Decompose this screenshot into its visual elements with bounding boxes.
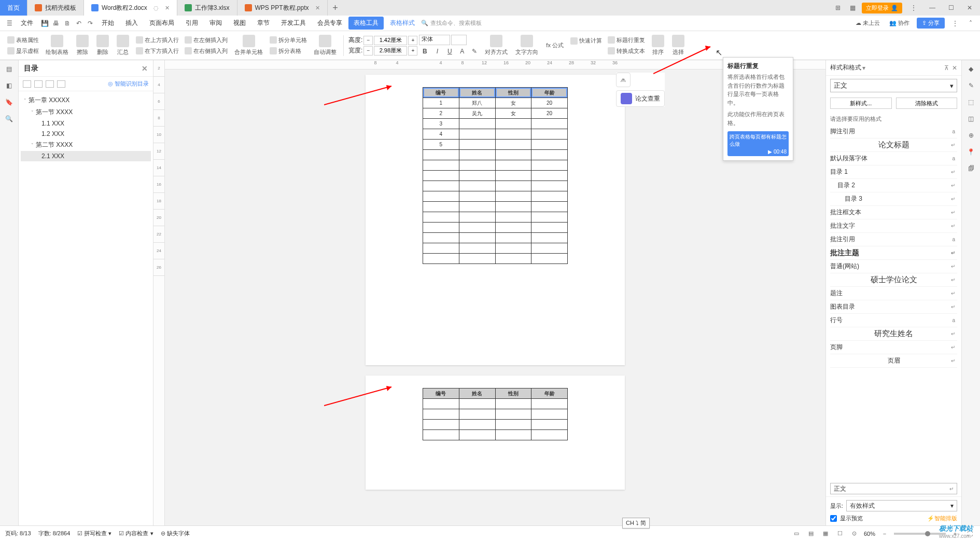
table-cell[interactable]: 4	[423, 129, 459, 140]
table-cell[interactable]	[531, 202, 568, 212]
style-item[interactable]: 普通(网站)↵	[830, 260, 957, 273]
table-cell[interactable]	[531, 119, 568, 129]
inc-width[interactable]: +	[408, 46, 417, 56]
print-icon[interactable]: 🖶	[51, 18, 61, 29]
repeat-header-row[interactable]: 标题行重复	[606, 35, 647, 45]
tab-pptx[interactable]: WPS PPT教程.pptx✕	[237, 0, 328, 16]
menu-review[interactable]: 审阅	[204, 17, 227, 30]
reset-view-icon[interactable]: ⊙	[849, 529, 860, 538]
formula[interactable]: fx 公式	[543, 39, 567, 51]
show-filter-select[interactable]: 有效样式▾	[846, 500, 957, 511]
font-color-button[interactable]: A	[456, 46, 468, 57]
chevron-down-icon[interactable]: ˅	[24, 98, 26, 103]
table-row[interactable]: 2吴九女20	[423, 108, 568, 119]
grid-view-icon[interactable]: ⊞	[833, 3, 843, 13]
table-row[interactable]	[423, 150, 568, 160]
style-item[interactable]: 研究生姓名↵	[830, 327, 957, 341]
table-cell[interactable]	[459, 212, 495, 223]
style-item[interactable]: 行号a	[830, 314, 957, 327]
zoom-out-button[interactable]: −	[879, 529, 890, 538]
smart-layout-link[interactable]: ⚡智能排版	[927, 515, 957, 522]
toc-view-2[interactable]	[34, 80, 43, 88]
table-cell[interactable]	[459, 140, 495, 150]
erase[interactable]: 擦除	[73, 33, 92, 58]
table-cell[interactable]	[495, 212, 531, 223]
insert-row-above[interactable]: 在上方插入行	[134, 35, 181, 45]
table-header-cell[interactable]: 编号	[423, 389, 459, 399]
chevron-down-icon[interactable]: ˅	[31, 110, 34, 115]
table-cell[interactable]	[459, 181, 495, 191]
table-row[interactable]: 5	[423, 140, 568, 150]
sort[interactable]: 排序	[649, 33, 667, 58]
style-item[interactable]: 页脚↵	[830, 341, 957, 354]
style-item[interactable]: 批注引用a	[830, 233, 957, 246]
table-row[interactable]	[423, 171, 568, 181]
table-cell[interactable]	[459, 254, 495, 264]
table-cell[interactable]: 20	[531, 108, 568, 119]
toc-item[interactable]: 1.2 XXX	[21, 129, 151, 139]
table-cell[interactable]	[423, 223, 459, 233]
italic-button[interactable]: I	[431, 46, 443, 57]
coop-button[interactable]: 👥协作	[887, 18, 912, 28]
table-cell[interactable]	[423, 160, 459, 171]
dec-height[interactable]: −	[363, 36, 373, 45]
table-cell[interactable]: 20	[531, 98, 568, 108]
table-cell[interactable]	[531, 181, 568, 191]
rail-select-icon[interactable]: ⬚	[967, 98, 976, 107]
style-item[interactable]: 目录 2↵	[830, 179, 957, 192]
insert-col-right[interactable]: 在右侧插入列	[183, 46, 230, 56]
split-table[interactable]: 拆分表格	[268, 46, 309, 56]
table-cell[interactable]	[459, 129, 495, 140]
table-cell[interactable]	[531, 160, 568, 171]
table-cell[interactable]	[495, 243, 531, 254]
table-row[interactable]: 3	[423, 119, 568, 129]
table-cell[interactable]: 2	[423, 108, 459, 119]
table-cell[interactable]	[459, 191, 495, 202]
table-header-cell[interactable]: 姓名	[459, 389, 495, 399]
table-row[interactable]	[423, 202, 568, 212]
insert-col-left[interactable]: 在左侧插入列	[183, 35, 230, 45]
font-select[interactable]: 宋体	[419, 35, 450, 45]
menu-vip[interactable]: 会员专享	[312, 17, 347, 30]
style-item[interactable]: 目录 1↵	[830, 165, 957, 179]
menu-insert[interactable]: 插入	[120, 17, 143, 30]
table-cell[interactable]: 1	[423, 98, 459, 108]
style-item[interactable]: 默认段落字体a	[830, 152, 957, 165]
quick-calc[interactable]: 快速计算	[568, 36, 604, 46]
apps-icon[interactable]: ▦	[847, 3, 858, 13]
table-cell[interactable]	[531, 254, 568, 264]
table-cell[interactable]	[495, 160, 531, 171]
close-button[interactable]: ✕	[962, 2, 977, 14]
rail-styles-icon[interactable]: ◆	[967, 64, 976, 74]
table-row[interactable]	[423, 243, 568, 254]
toc-smart-detect[interactable]: ◎智能识别目录	[108, 80, 149, 88]
table-cell[interactable]	[531, 191, 568, 202]
table-cell[interactable]	[459, 171, 495, 181]
table-cell[interactable]	[459, 160, 495, 171]
missing-fonts[interactable]: ⊝ 缺失字体	[161, 530, 190, 537]
chevron-down-icon[interactable]: ˅	[31, 143, 34, 148]
table-cell[interactable]: 5	[423, 140, 459, 150]
content-check-toggle[interactable]: ☑ 内容检查 ▾	[119, 530, 153, 537]
table-row[interactable]	[423, 223, 568, 233]
login-button[interactable]: 立即登录👤	[862, 3, 902, 13]
document-table[interactable]: 编号姓名性别年龄 1郑八女202吴九女203 4 5	[423, 87, 568, 264]
share-button[interactable]: ⇪ 分享	[917, 18, 945, 29]
table-cell[interactable]	[495, 150, 531, 160]
tab-home[interactable]: 首页	[0, 0, 27, 16]
menu-ref[interactable]: 引用	[180, 17, 203, 30]
table-cell[interactable]	[531, 233, 568, 243]
table-cell[interactable]	[495, 254, 531, 264]
dropdown-icon[interactable]: ▾	[862, 64, 865, 72]
view-read-icon[interactable]: ☐	[835, 529, 845, 538]
page-indicator[interactable]: 页码: 8/13	[5, 530, 31, 537]
table-cell[interactable]	[495, 181, 531, 191]
rail-copy-icon[interactable]: 🗐	[967, 164, 976, 173]
text-direction[interactable]: 文字方向	[512, 33, 541, 58]
table-header-cell[interactable]: 姓名	[459, 88, 495, 98]
menu-dev[interactable]: 开发工具	[276, 17, 311, 30]
pin-icon[interactable]: ⊼	[944, 64, 949, 72]
merge-cells[interactable]: 合并单元格	[231, 33, 266, 58]
table-props[interactable]: 表格属性	[5, 35, 41, 45]
table-cell[interactable]	[459, 202, 495, 212]
